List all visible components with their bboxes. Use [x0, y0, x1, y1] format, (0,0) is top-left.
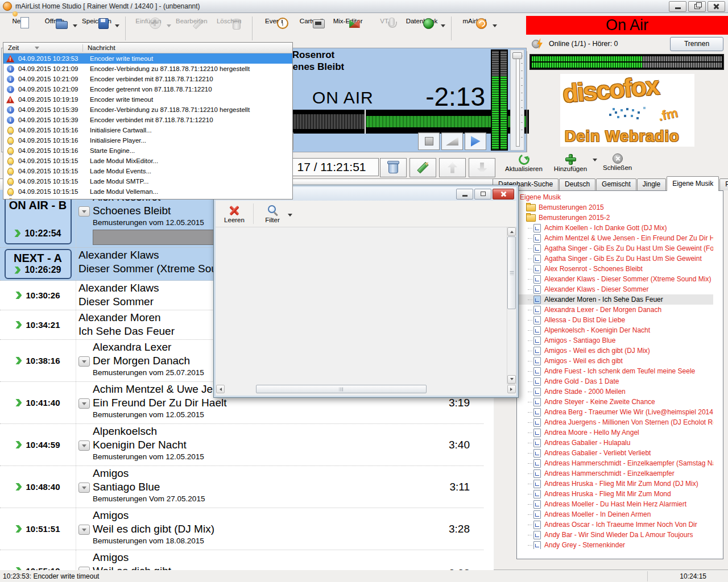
dialog-minimize-button[interactable]	[456, 189, 473, 199]
toolbar-button[interactable]: Neu	[0, 15, 36, 26]
library-item[interactable]: Andrea Moore - Hello My Angel	[518, 427, 713, 438]
close-panel-button[interactable]: Schließen	[597, 153, 638, 171]
log-row[interactable]: 04.09.2015 10:15:16 Initialisiere Player…	[3, 135, 292, 146]
log-vertical-scrollbar[interactable]	[507, 227, 516, 384]
chevron-down-icon[interactable]	[115, 24, 119, 30]
log-row[interactable]: 04.09.2015 10:15:15 Lade Modul Velleman.…	[3, 186, 292, 197]
database-tab[interactable]: Gemischt	[596, 178, 636, 190]
playlist-row[interactable]: 10:51:51 Amigos Weil es dich gibt (DJ Mi…	[0, 508, 483, 550]
toolbar-button[interactable]: Mix-Editor	[330, 15, 366, 26]
chevron-down-icon[interactable]	[441, 24, 445, 30]
scrollbar-thumb[interactable]	[256, 385, 427, 393]
library-item[interactable]: Alex Rosenrot - Schoenes Bleibt	[518, 264, 713, 274]
library-item[interactable]: Amigos - Santiago Blue	[518, 335, 713, 346]
toolbar-button[interactable]: Events	[257, 15, 293, 26]
library-item[interactable]: Andreas Moeller - In Deinen Armen	[518, 509, 713, 519]
library-item[interactable]: Alexandra Lexer - Der Morgen Danach	[518, 305, 713, 315]
library-item[interactable]: Alexander Klaws - Dieser Sommer	[518, 284, 713, 294]
database-tab[interactable]: Eigene Musik	[667, 176, 719, 191]
database-tab[interactable]: Deutsch	[559, 178, 595, 190]
log-row[interactable]: 04.09.2015 10:15:15 Lade Modul Events...	[3, 166, 292, 176]
log-row[interactable]: 04.09.2015 10:23:53 Encoder write timeou…	[3, 53, 292, 64]
playlist-row[interactable]: 10:48:40 Amigos Santiago Blue Bemusterun…	[0, 466, 483, 508]
scroll-up-arrow[interactable]	[507, 227, 516, 236]
row-options-button[interactable]	[78, 206, 90, 217]
library-item[interactable]: Andy Bar - Wir Sind Wieder Da L Amour To…	[518, 530, 713, 540]
row-options-button[interactable]	[78, 483, 90, 493]
scroll-down-arrow[interactable]	[507, 375, 516, 384]
edit-item-button[interactable]	[410, 158, 436, 177]
disconnect-button[interactable]: Trennen	[670, 37, 723, 51]
toolbar-button[interactable]: Datenbank	[403, 15, 441, 26]
library-item[interactable]: Andreas Oscar - Ich Traeume Immer Noch V…	[518, 519, 713, 530]
database-tab[interactable]: Papierkorb	[719, 178, 728, 190]
log-row[interactable]: 04.09.2015 10:15:16 Initialisiere Cartwa…	[3, 125, 292, 135]
library-item[interactable]: Bemusterungen 2015	[518, 202, 713, 213]
move-down-button[interactable]	[469, 158, 495, 177]
refresh-button[interactable]: Aktualisieren	[499, 153, 548, 172]
log-row[interactable]: 04.09.2015 10:19:19 Encoder write timeou…	[3, 94, 292, 105]
player-b-waveform[interactable]	[268, 110, 529, 134]
add-button[interactable]: Hinzufügen	[548, 153, 593, 172]
dialog-close-button[interactable]	[493, 189, 514, 199]
library-item[interactable]: Alexander Moren - Ich Sehe Das Feuer	[518, 294, 713, 305]
toolbar-button[interactable]: Einfügen	[130, 15, 167, 26]
database-tab[interactable]: Jingle	[637, 178, 666, 190]
chevron-down-icon[interactable]	[493, 24, 497, 30]
close-button[interactable]	[708, 1, 725, 12]
log-row[interactable]: 04.09.2015 10:21:09 Encoder getrennt von…	[3, 84, 292, 94]
scroll-right-arrow[interactable]	[507, 385, 516, 393]
player-b-fade-button[interactable]	[441, 132, 463, 150]
library-item[interactable]: Andre Gold - Das 1 Date	[518, 376, 713, 386]
library-item[interactable]: Andreas Gabalier - Verliebt Verliebt	[518, 448, 713, 458]
chevron-down-icon[interactable]	[593, 159, 597, 164]
minimize-button[interactable]	[669, 1, 686, 12]
toolbar-button[interactable]: Bearbeiten	[172, 15, 211, 26]
library-item[interactable]: Alpenkoelsch - Koenigin Der Nacht	[518, 325, 713, 335]
library-item[interactable]: Agatha Singer - Gib Es Zu Du Hast Um Sie…	[518, 243, 713, 253]
library-item[interactable]: Andreas Hammerschmidt - Einzelkaempfer (…	[518, 458, 713, 468]
library-item[interactable]: Allessa - Du Bist Die Liebe	[518, 315, 713, 325]
toolbar-button[interactable]: Cartwall	[293, 15, 330, 26]
log-row[interactable]: 04.09.2015 10:15:39 Encoder-Verbindung z…	[3, 105, 292, 115]
move-up-button[interactable]	[439, 158, 466, 177]
toolbar-button[interactable]: Speichern	[78, 15, 115, 26]
row-options-button[interactable]	[78, 356, 90, 367]
library-item[interactable]: Andreas Hruska - Flieg Mit Mir Zum Mond	[518, 489, 713, 499]
slider-thumb[interactable]	[512, 52, 522, 59]
toolbar-button[interactable]: VT	[366, 15, 403, 26]
playlist-row[interactable]: 10:44:59 Alpenkoelsch Koenigin Der Nacht…	[0, 424, 483, 466]
delete-item-button[interactable]	[380, 158, 407, 177]
chevron-down-icon[interactable]	[73, 24, 77, 30]
library-item[interactable]: Andre Steyer - Keine Zweite Chance	[518, 397, 713, 407]
log-row[interactable]: 04.09.2015 10:21:09 Encoder-Verbindung z…	[3, 64, 292, 74]
log-horizontal-scrollbar[interactable]	[216, 385, 516, 394]
library-item[interactable]: Alexander Klaws - Dieser Sommer (Xtreme …	[518, 274, 713, 284]
library-item[interactable]: Andre Fuest - Ich schenk dem Teufel mein…	[518, 366, 713, 376]
log-row[interactable]: 04.09.2015 10:15:39 Encoder verbindet mi…	[3, 115, 292, 125]
player-b-play-button[interactable]	[465, 132, 486, 150]
library-item[interactable]: Andreas Gabalier - Hulapalu	[518, 438, 713, 448]
library-item[interactable]: Andreas Hammerschmidt - Einzelkaempfer	[518, 468, 713, 479]
row-options-button[interactable]	[78, 440, 90, 451]
player-b-volume-slider[interactable]	[510, 49, 524, 151]
library-item[interactable]: Amigos - Weil es dich gibt (DJ Mix)	[518, 346, 713, 356]
library-item[interactable]: Andreas Moeller - Du Hast Mein Herz Alar…	[518, 499, 713, 509]
toolbar-button[interactable]: Löschen	[211, 15, 247, 26]
restore-button[interactable]	[688, 1, 706, 12]
playlist-row[interactable]: 10:55:19 Amigos Weil es dich gibt 3:28	[0, 550, 483, 570]
library-item[interactable]: Achim Koellen - Ich Danke Gott (DJ Mix)	[518, 223, 713, 233]
scroll-left-arrow[interactable]	[216, 385, 225, 393]
library-item[interactable]: Andrea Berg - Traeumer Wie Wir (Live@hei…	[518, 407, 713, 417]
scrollbar-thumb[interactable]	[507, 236, 516, 309]
row-options-button[interactable]	[78, 567, 90, 570]
chevron-down-icon[interactable]	[167, 24, 171, 30]
clear-log-button[interactable]: Leeren	[221, 205, 247, 223]
dialog-restore-button[interactable]	[474, 189, 491, 199]
library-item[interactable]: Andy Grey - Sternenkinder	[518, 540, 713, 549]
row-options-button[interactable]	[78, 398, 90, 409]
log-row[interactable]: 04.09.2015 10:21:09 Encoder verbindet mi…	[3, 74, 292, 84]
player-b-stop-button[interactable]	[418, 132, 440, 150]
log-row[interactable]: 04.09.2015 10:15:15 Lade Modul MixEditor…	[3, 156, 292, 166]
row-options-button[interactable]	[78, 525, 90, 535]
